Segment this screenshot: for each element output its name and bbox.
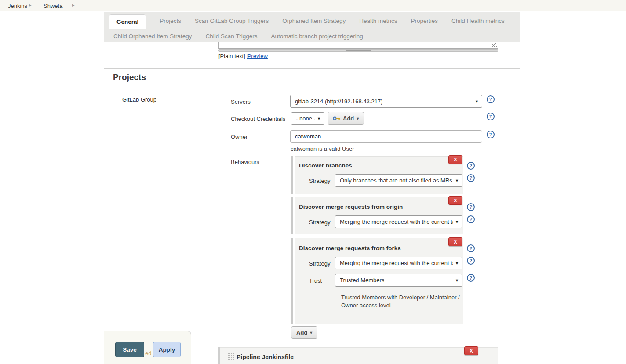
servers-select-value: gitlab-3214 (http://192.168.43.217) bbox=[295, 98, 382, 105]
strategy-label: Strategy bbox=[309, 260, 330, 267]
breadcrumb-item-shweta[interactable]: Shweta bbox=[44, 3, 62, 9]
delete-behaviour-button[interactable]: X bbox=[448, 237, 462, 246]
strategy-select[interactable]: Merging the merge request with the curre… bbox=[335, 257, 462, 269]
gitlab-group-label: GitLab Group bbox=[122, 96, 156, 103]
add-behaviour-label: Add bbox=[296, 329, 307, 336]
chevron-down-icon: ▼ bbox=[455, 178, 459, 183]
help-icon[interactable]: ? bbox=[467, 162, 475, 170]
credentials-select[interactable]: - none - ▼ bbox=[291, 112, 324, 125]
tab-properties[interactable]: Properties bbox=[411, 18, 438, 24]
add-credentials-button[interactable]: Add ▾ bbox=[328, 112, 364, 125]
breadcrumb-caret-icon[interactable]: ▸ bbox=[72, 2, 75, 8]
delete-pipeline-button[interactable]: X bbox=[464, 346, 478, 355]
chevron-down-icon: ▼ bbox=[455, 278, 459, 283]
behaviours-label: Behaviours bbox=[231, 159, 259, 165]
help-icon[interactable]: ? bbox=[487, 131, 495, 138]
chevron-down-icon: ▾ bbox=[310, 330, 312, 335]
chevron-down-icon: ▾ bbox=[357, 116, 359, 121]
preview-link[interactable]: Preview bbox=[247, 53, 268, 59]
tab-health-metrics[interactable]: Health metrics bbox=[359, 18, 397, 24]
behaviour-title: Discover branches bbox=[299, 162, 352, 169]
projects-section-title: Projects bbox=[113, 73, 146, 82]
help-icon[interactable]: ? bbox=[467, 215, 475, 223]
owner-validation-text: catwoman is a valid User bbox=[291, 146, 354, 152]
breadcrumb-caret-icon[interactable]: ▸ bbox=[29, 2, 32, 8]
behaviour-title: Discover merge requests from origin bbox=[299, 204, 403, 210]
behaviour-block-bar bbox=[291, 238, 293, 324]
obscured-background-text: ed bbox=[145, 350, 151, 357]
tab-child-scan-triggers[interactable]: Child Scan Triggers bbox=[206, 33, 258, 40]
help-icon[interactable]: ? bbox=[467, 203, 475, 211]
strategy-label: Strategy bbox=[309, 178, 330, 184]
content-right-border bbox=[520, 12, 520, 364]
behaviour-block-bar bbox=[291, 156, 293, 194]
tab-automatic-branch-project-triggering[interactable]: Automatic branch project triggering bbox=[271, 33, 363, 40]
chevron-down-icon: ▼ bbox=[317, 116, 321, 121]
save-button[interactable]: Save bbox=[115, 342, 144, 357]
help-icon[interactable]: ? bbox=[467, 274, 475, 282]
behaviour-title: Discover merge requests from forks bbox=[299, 245, 401, 251]
pipeline-section-title: Pipeline Jenkinsfile bbox=[237, 353, 294, 360]
owner-label: Owner bbox=[231, 134, 247, 140]
drag-handle-icon[interactable] bbox=[227, 353, 234, 360]
servers-label: Servers bbox=[231, 98, 251, 105]
tab-row-1: General Projects Scan GitLab Group Trigg… bbox=[109, 12, 505, 29]
content-left-border bbox=[104, 11, 104, 364]
strategy-select-value: Merging the merge request with the curre… bbox=[340, 218, 453, 225]
help-icon[interactable]: ? bbox=[467, 174, 475, 182]
delete-behaviour-button[interactable]: X bbox=[448, 196, 462, 205]
chevron-down-icon: ▼ bbox=[475, 99, 479, 104]
behaviour-block-bar bbox=[291, 197, 293, 234]
help-icon[interactable]: ? bbox=[467, 244, 475, 252]
strategy-select-value: Merging the merge request with the curre… bbox=[340, 260, 453, 266]
trust-note-text: Trusted Members with Developer / Maintai… bbox=[341, 294, 467, 309]
resize-handle-icon[interactable] bbox=[492, 43, 497, 47]
trust-select-value: Trusted Members bbox=[340, 277, 384, 284]
jenkins-config-page: Jenkins ▸ Shweta ▸ General Projects Scan… bbox=[0, 0, 626, 364]
tab-child-health-metrics[interactable]: Child Health metrics bbox=[451, 18, 505, 24]
add-behaviour-button[interactable]: Add ▾ bbox=[291, 326, 317, 339]
textarea-splitter[interactable] bbox=[218, 49, 498, 52]
trust-label: Trust bbox=[309, 277, 322, 284]
key-icon bbox=[333, 116, 340, 121]
trust-select[interactable]: Trusted Members ▼ bbox=[335, 274, 462, 287]
tab-general[interactable]: General bbox=[109, 14, 146, 29]
splitter-grip-icon bbox=[346, 50, 371, 51]
owner-input[interactable] bbox=[290, 130, 482, 143]
tab-projects[interactable]: Projects bbox=[160, 18, 181, 24]
strategy-select[interactable]: Only branches that are not also filed as… bbox=[335, 174, 462, 187]
strategy-select-value: Only branches that are not also filed as… bbox=[340, 177, 452, 184]
breadcrumb-item-jenkins[interactable]: Jenkins bbox=[8, 3, 27, 9]
chevron-down-icon: ▼ bbox=[455, 220, 459, 224]
delete-behaviour-button[interactable]: X bbox=[448, 155, 462, 164]
breadcrumb: Jenkins ▸ Shweta ▸ bbox=[0, 0, 626, 11]
description-textarea[interactable] bbox=[218, 42, 498, 49]
tab-orphaned-item-strategy[interactable]: Orphaned Item Strategy bbox=[282, 18, 346, 24]
credentials-select-value: - none - bbox=[296, 115, 315, 122]
apply-button[interactable]: Apply bbox=[153, 342, 181, 357]
help-icon[interactable]: ? bbox=[467, 257, 475, 265]
checkout-credentials-label: Checkout Credentials bbox=[231, 116, 285, 122]
strategy-select[interactable]: Merging the merge request with the curre… bbox=[335, 215, 462, 228]
tab-row-2: Child Orphaned Item Strategy Child Scan … bbox=[113, 30, 363, 42]
plain-text-label: [Plain text] bbox=[218, 53, 245, 59]
section-divider bbox=[104, 68, 520, 69]
markup-formatter-row: [Plain text]Preview bbox=[218, 53, 268, 59]
tab-scan-gitlab-group-triggers[interactable]: Scan GitLab Group Triggers bbox=[195, 18, 269, 24]
add-credentials-label: Add bbox=[343, 115, 354, 122]
chevron-down-icon: ▼ bbox=[455, 261, 459, 266]
servers-select[interactable]: gitlab-3214 (http://192.168.43.217) ▼ bbox=[290, 95, 482, 108]
help-icon[interactable]: ? bbox=[487, 95, 495, 103]
help-icon[interactable]: ? bbox=[487, 113, 495, 120]
tab-child-orphaned-item-strategy[interactable]: Child Orphaned Item Strategy bbox=[113, 33, 192, 40]
strategy-label: Strategy bbox=[309, 219, 330, 226]
